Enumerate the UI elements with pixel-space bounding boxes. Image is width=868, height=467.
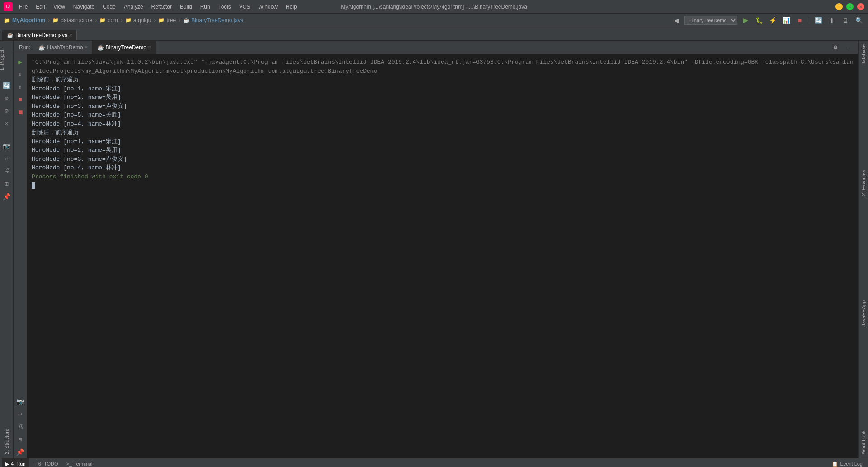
console-line: HeroNode [no=4, name=林冲] <box>32 120 854 129</box>
menu-code[interactable]: Code <box>99 3 119 11</box>
back-button[interactable]: ◀ <box>671 15 682 25</box>
binarytree-tab-icon: ☕ <box>97 44 104 51</box>
run-camera-button[interactable]: 📷 <box>14 396 26 407</box>
sidebar-icon-refresh[interactable]: 🔄 <box>1 79 13 91</box>
search-everywhere-button[interactable]: 🔍 <box>854 15 864 25</box>
sidebar-icon-close[interactable]: ✕ <box>1 117 13 129</box>
bottom-tab-run[interactable]: ▶ 4: Run <box>2 458 29 467</box>
right-tab-javaeeapp[interactable]: JavaEEApp <box>859 297 868 330</box>
run-undo-button[interactable]: ↩ <box>14 408 26 420</box>
menu-run[interactable]: Run <box>197 3 214 11</box>
console-line: HeroNode [no=3, name=卢俊义] <box>32 155 854 164</box>
sidebar-icon-grid[interactable]: ⊞ <box>1 178 13 190</box>
run-config-select[interactable]: BinaryTreeDemo <box>684 16 737 25</box>
right-sidebar: Database 2: Favorites JavaEEApp Word boo… <box>858 41 868 458</box>
vcs-button[interactable]: ⬆ <box>826 15 837 25</box>
run-panel-actions: ⚙ − <box>830 42 856 52</box>
project-panel-label[interactable]: 1: Project <box>0 50 5 70</box>
stop-button[interactable]: ■ <box>794 15 805 25</box>
run-grid-button[interactable]: ⊞ <box>14 434 26 445</box>
run-scroll-down[interactable]: ⬇ <box>14 69 26 80</box>
run-pin-button[interactable]: 📌 <box>14 446 26 458</box>
sidebar-icon-pin[interactable]: 📌 <box>1 191 13 202</box>
run-stop-button[interactable]: ■ <box>14 94 26 106</box>
editor-tab-close[interactable]: × <box>70 33 72 38</box>
bottom-tab-todo[interactable]: ≡ 6: TODO <box>30 458 61 467</box>
run-print-button[interactable]: 🖨 <box>14 421 26 433</box>
run-tab-icon: ▶ <box>5 461 9 467</box>
bottom-tab-bar: ▶ 4: Run ≡ 6: TODO >_ Terminal 📋 Event L… <box>0 458 868 467</box>
folder-icon-4: 📁 <box>158 17 165 23</box>
maximize-button[interactable]: □ <box>846 3 854 10</box>
close-button[interactable]: ✕ <box>857 3 864 10</box>
sidebar-icon-print[interactable]: 🖨 <box>1 165 13 177</box>
structure-panel-label[interactable]: 2: Structure <box>3 425 11 458</box>
terminal-tab-text: Terminal <box>74 461 93 467</box>
run-stop2-button[interactable]: ⏹ <box>14 107 26 118</box>
console-line <box>32 181 854 190</box>
breadcrumb-project[interactable]: MyAlgorithm <box>12 17 45 23</box>
sidebar-icon-undo[interactable]: ↩ <box>1 153 13 164</box>
console-line: HeroNode [no=1, name=宋江] <box>32 84 854 93</box>
run-tabs-bar: Run: ☕ HashTabDemo × ☕ BinaryTreeDemo × … <box>14 41 858 54</box>
minimize-button[interactable]: − <box>835 3 843 10</box>
todo-tab-icon: ≡ <box>33 461 36 467</box>
run-panel-minimize[interactable]: − <box>843 42 854 52</box>
console-line: Process finished with exit code 0 <box>32 173 854 182</box>
run-tab-binarytree[interactable]: ☕ BinaryTreeDemo × <box>93 41 156 54</box>
terminal-button[interactable]: 🖥 <box>840 15 851 25</box>
menu-refactor[interactable]: Refactor <box>148 3 175 11</box>
coverage-button[interactable]: ⚡ <box>767 15 778 25</box>
bottom-tab-eventlog[interactable]: 📋 Event Log <box>828 458 866 467</box>
breadcrumb-atguigu[interactable]: atguigu <box>133 17 151 23</box>
folder-icon-2: 📁 <box>99 17 106 23</box>
debug-button[interactable]: 🐛 <box>754 15 764 25</box>
sidebar-icon-camera[interactable]: 📷 <box>1 140 13 152</box>
bottom-tab-terminal[interactable]: >_ Terminal <box>62 458 96 467</box>
breadcrumb-file[interactable]: BinaryTreeDemo.java <box>191 17 244 23</box>
breadcrumb-datastructure[interactable]: datastructure <box>61 17 92 23</box>
run-tab-hashtab[interactable]: ☕ HashTabDemo × <box>34 41 92 54</box>
console-line: 删除前，前序遍历 <box>32 75 854 84</box>
left-sidebar: 1: Project 🔄 ⊕ ⚙ ✕ 📷 ↩ 🖨 ⊞ 📌 2: Structur… <box>0 41 14 458</box>
menu-analyze[interactable]: Analyze <box>120 3 147 11</box>
console-line: HeroNode [no=5, name=关胜] <box>32 111 854 120</box>
console-line: HeroNode [no=3, name=卢俊义] <box>32 102 854 111</box>
sync-button[interactable]: 🔄 <box>813 15 824 25</box>
menu-view[interactable]: View <box>50 3 69 11</box>
run-again-button[interactable]: ▶ <box>14 56 26 68</box>
breadcrumb-tree[interactable]: tree <box>166 17 176 23</box>
editor-tab-binarytree[interactable]: ☕ BinaryTreeDemo.java × <box>2 30 77 40</box>
menu-help[interactable]: Help <box>282 3 301 11</box>
menu-tools[interactable]: Tools <box>215 3 235 11</box>
run-panel-settings[interactable]: ⚙ <box>830 42 841 52</box>
titlebar: IJ File Edit View Navigate Code Analyze … <box>0 0 868 14</box>
console-output: "C:\Program Files\Java\jdk-11.0.2\bin\ja… <box>27 54 858 458</box>
right-tab-database[interactable]: Database <box>859 41 868 69</box>
run-scroll-up[interactable]: ⬆ <box>14 81 26 93</box>
menu-bar: File Edit View Navigate Code Analyze Ref… <box>15 3 301 11</box>
binarytree-tab-close[interactable]: × <box>148 45 151 50</box>
breadcrumb-com[interactable]: com <box>108 17 118 23</box>
menu-window[interactable]: Window <box>255 3 281 11</box>
hashtab-close[interactable]: × <box>85 45 88 50</box>
editor-tab-label: BinaryTreeDemo.java <box>15 32 68 38</box>
profile-button[interactable]: 📊 <box>781 15 792 25</box>
eventlog-icon: 📋 <box>832 461 838 467</box>
menu-navigate[interactable]: Navigate <box>70 3 98 11</box>
console-line: "C:\Program Files\Java\jdk-11.0.2\bin\ja… <box>32 58 854 75</box>
sidebar-icon-settings[interactable]: ⚙ <box>1 105 13 117</box>
sidebar-icon-collapse[interactable]: ⊕ <box>1 92 13 104</box>
menu-vcs[interactable]: VCS <box>236 3 254 11</box>
console-line: 删除后，前序遍历 <box>32 128 854 137</box>
todo-tab-text: 6: TODO <box>38 461 58 467</box>
right-tab-favorites[interactable]: 2: Favorites <box>859 166 868 199</box>
menu-file[interactable]: File <box>15 3 31 11</box>
hashtab-icon: ☕ <box>38 44 45 51</box>
menu-build[interactable]: Build <box>176 3 196 11</box>
console-line: HeroNode [no=4, name=林冲] <box>32 163 854 173</box>
menu-edit[interactable]: Edit <box>32 3 49 11</box>
binarytree-tab-label: BinaryTreeDemo <box>106 44 146 51</box>
right-tab-wordbook[interactable]: Word book <box>859 427 868 458</box>
run-button[interactable]: ▶ <box>740 15 751 25</box>
